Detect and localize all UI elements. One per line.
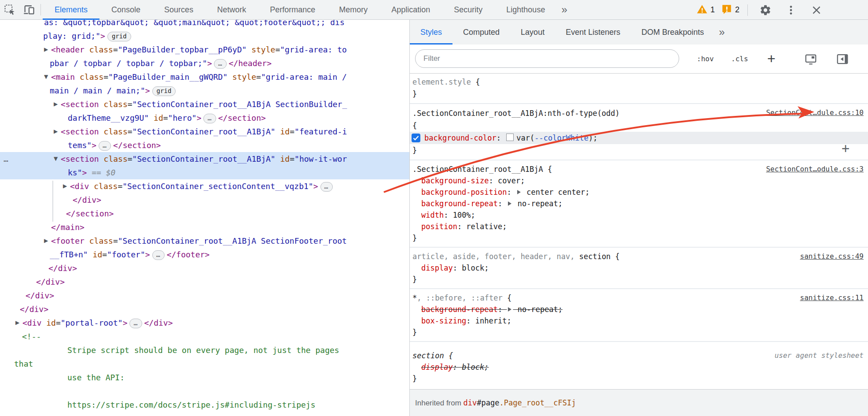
dom-tree-row[interactable]: as: &quot;topbar&quot; &quot;main&quot; … xyxy=(0,20,409,29)
dom-tree-row[interactable]: use the API: xyxy=(0,371,409,384)
inherited-node-link[interactable]: div#page.Page_root__cFSIj xyxy=(463,398,576,407)
inspect-element-icon[interactable] xyxy=(3,3,16,16)
grid-badge[interactable]: grid xyxy=(107,32,131,41)
css-declaration-row[interactable]: display: block; xyxy=(410,361,868,373)
twisty-icon[interactable]: ▼ xyxy=(54,152,58,166)
dom-tree-row[interactable]: that xyxy=(0,357,409,371)
sidebar-tab-event-listeners[interactable]: Event Listeners xyxy=(555,20,631,45)
expand-value-icon[interactable] xyxy=(508,307,511,312)
grid-badge[interactable]: grid xyxy=(152,86,176,96)
property-checkbox-checked[interactable] xyxy=(412,134,420,142)
css-declaration-row[interactable]: } xyxy=(410,373,868,384)
css-declaration-row[interactable]: } xyxy=(410,327,868,338)
dom-tree-row[interactable]: </div> xyxy=(0,193,409,207)
issues-button[interactable]: 2 xyxy=(721,4,739,17)
dom-tree-row[interactable]: ▶<div id="portal-root">…</div> xyxy=(0,316,409,330)
dom-tree-row[interactable]: main / main / main;">grid xyxy=(0,84,409,97)
dom-tree-row[interactable]: ▶<section class="SectionContainer_root__… xyxy=(0,97,409,111)
twisty-icon[interactable]: ▶ xyxy=(44,234,48,248)
dom-tree-row[interactable]: </div> xyxy=(0,261,409,275)
tab-memory[interactable]: Memory xyxy=(327,0,379,20)
expand-value-icon[interactable] xyxy=(508,201,511,206)
css-declaration-row[interactable]: section { xyxy=(410,350,868,361)
css-declaration-row[interactable]: .SectionContainer_root__A1BjA { xyxy=(410,163,868,175)
tab-security[interactable]: Security xyxy=(442,0,494,20)
sidebar-tab-styles[interactable]: Styles xyxy=(410,20,452,45)
dom-tree-row[interactable]: </main> xyxy=(0,220,409,234)
css-declaration-row[interactable]: position: relative; xyxy=(410,221,868,232)
close-icon[interactable] xyxy=(810,4,823,17)
tab-console[interactable]: Console xyxy=(99,0,152,20)
dom-tree-row[interactable]: </div> xyxy=(0,289,409,302)
dom-tree-row[interactable]: play: grid;">grid xyxy=(0,29,409,43)
dom-tree-row[interactable]: </div> xyxy=(0,302,409,316)
css-declaration-row[interactable]: background-repeat: no-repeat; xyxy=(410,198,868,209)
expand-node-badge[interactable]: … xyxy=(152,250,165,260)
toggle-class-button[interactable]: .cls xyxy=(731,45,748,73)
css-declaration-row[interactable]: background-size: cover; xyxy=(410,175,868,186)
css-declaration-row[interactable]: { xyxy=(410,119,868,132)
css-declaration-row[interactable]: *, ::before, ::after { xyxy=(410,292,868,304)
twisty-icon[interactable]: ▶ xyxy=(63,179,67,193)
dom-tree-row-selected[interactable]: …▼<section class="SectionContainer_root_… xyxy=(0,152,409,166)
dom-tree-row[interactable]: __fTB+n" id="footer">…</footer> xyxy=(0,248,409,261)
twisty-icon[interactable]: ▶ xyxy=(54,125,58,138)
dom-tree-row[interactable]: </div> xyxy=(0,275,409,289)
expand-node-badge[interactable]: … xyxy=(320,182,333,192)
css-declaration-row[interactable]: background-repeat: no-repeat; xyxy=(410,304,868,315)
expand-node-badge[interactable]: … xyxy=(214,59,226,69)
rendering-emulations-icon[interactable] xyxy=(804,45,817,73)
device-toolbar-icon[interactable] xyxy=(22,3,36,16)
css-declaration-row[interactable]: width: 100%; xyxy=(410,209,868,221)
expand-node-badge[interactable]: … xyxy=(99,141,111,151)
dom-tree-row[interactable]: https://stripe.com/docs/stripe.js#includ… xyxy=(0,398,409,412)
expand-node-badge[interactable]: … xyxy=(203,114,216,123)
more-options-icon[interactable] xyxy=(784,4,798,17)
tab-network[interactable]: Network xyxy=(205,0,258,20)
dom-tree-row[interactable]: Stripe script should be on every page, n… xyxy=(0,343,409,357)
tab-elements[interactable]: Elements xyxy=(43,0,99,20)
dom-tree-row[interactable]: ▶<div class="SectionContainer_sectionCon… xyxy=(0,179,409,193)
color-swatch[interactable] xyxy=(506,134,514,141)
dom-tree-row[interactable]: darkTheme__vzg9U" id="hero">…</section> xyxy=(0,111,409,125)
css-declaration-row[interactable]: } xyxy=(410,88,868,100)
css-declaration-row[interactable]: .SectionContainer_root__A1BjA:nth-of-typ… xyxy=(410,107,868,119)
tab-application[interactable]: Application xyxy=(379,0,442,20)
dom-tree-row[interactable]: <!-- xyxy=(0,330,409,343)
row-overflow-dots[interactable]: … xyxy=(4,152,9,166)
css-declaration-row[interactable]: } xyxy=(410,274,868,285)
dom-tree-row[interactable]: ▶<footer class="SectionContainer_root__A… xyxy=(0,234,409,248)
sidebar-toggle-icon[interactable] xyxy=(836,45,849,73)
css-declaration-row[interactable]: article, aside, footer, header, nav, sec… xyxy=(410,251,868,262)
expand-node-badge[interactable]: … xyxy=(129,319,142,328)
twisty-icon[interactable]: ▶ xyxy=(44,43,48,56)
dom-tree-row[interactable]: tems">…</section> xyxy=(0,138,409,152)
more-sidebar-tabs-icon[interactable]: » xyxy=(714,20,729,45)
tab-lighthouse[interactable]: Lighthouse xyxy=(494,0,557,20)
css-declaration-row[interactable]: }+ xyxy=(410,144,868,156)
sidebar-tab-computed[interactable]: Computed xyxy=(452,20,510,45)
twisty-icon[interactable]: ▶ xyxy=(54,97,58,111)
css-declaration-row[interactable]: background-position: center center; xyxy=(410,186,868,198)
styles-filter-input[interactable] xyxy=(415,49,679,68)
sidebar-tab-dom-breakpoints[interactable]: DOM Breakpoints xyxy=(631,20,714,45)
twisty-icon[interactable]: ▼ xyxy=(44,70,48,84)
css-declaration-row[interactable]: box-sizing: inherit; xyxy=(410,315,868,327)
console-warnings-button[interactable]: 1 xyxy=(696,4,715,17)
twisty-icon[interactable]: ▶ xyxy=(15,316,19,330)
css-declaration-row[interactable]: display: block; xyxy=(410,262,868,274)
css-declaration-row[interactable]: } xyxy=(410,232,868,244)
dom-tree-row[interactable]: pbar / topbar / topbar / topbar;">…</hea… xyxy=(0,56,409,70)
more-tabs-icon[interactable]: » xyxy=(557,4,571,16)
dom-tree-row[interactable]: </section> xyxy=(0,207,409,220)
css-declaration-row[interactable]: background-color: var(--colorWhite); xyxy=(410,132,868,144)
dom-tree-row-selected[interactable]: ks"> == $0 xyxy=(0,166,409,179)
tab-performance[interactable]: Performance xyxy=(258,0,327,20)
sidebar-tab-layout[interactable]: Layout xyxy=(510,20,555,45)
new-style-rule-icon[interactable]: + xyxy=(767,45,776,73)
dom-tree-row[interactable]: ▼<main class="PageBuilder_main__gWQRD" s… xyxy=(0,70,409,84)
tab-sources[interactable]: Sources xyxy=(152,0,205,20)
insert-style-rule-icon[interactable]: + xyxy=(842,144,850,153)
dom-tree-row[interactable]: ▶<header class="PageBuilder_topbar__pP6y… xyxy=(0,43,409,56)
settings-gear-icon[interactable] xyxy=(759,4,772,17)
